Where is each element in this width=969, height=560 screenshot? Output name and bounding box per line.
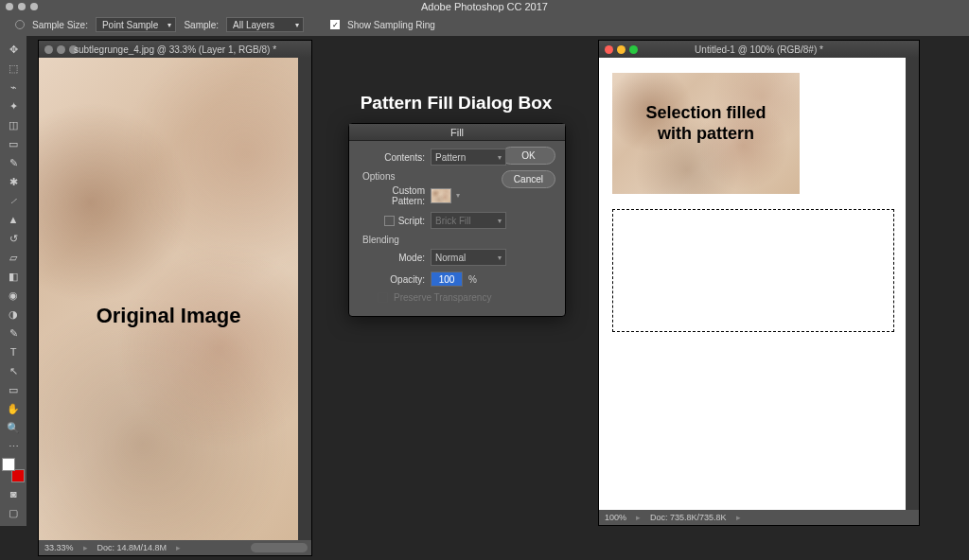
annotation-original-image: Original Image: [39, 304, 298, 328]
eyedropper-proxy-icon: [15, 20, 25, 29]
tool-frame[interactable]: ▭: [2, 134, 25, 153]
canvas-left[interactable]: Original Image: [39, 58, 298, 540]
app-menubar: Adobe Photoshop CC 2017: [0, 0, 969, 13]
win-dot[interactable]: [57, 45, 65, 54]
win-dot[interactable]: [44, 45, 53, 54]
tool-eraser[interactable]: ▱: [2, 248, 25, 267]
tool-shape[interactable]: ▭: [2, 380, 25, 399]
status-bar-left: 33.33% ▸ Doc: 14.8M/14.8M ▸: [39, 540, 311, 555]
app-title: Adobe Photoshop CC 2017: [421, 1, 548, 12]
tool-blur[interactable]: ◉: [2, 286, 25, 305]
doc-info-right: Doc: 735.8K/735.8K: [650, 513, 727, 522]
tool-type[interactable]: T: [2, 342, 25, 361]
fill-dialog-title[interactable]: Fill: [349, 124, 565, 141]
tool-screenmode[interactable]: ▢: [2, 503, 25, 522]
script-checkbox[interactable]: [384, 216, 395, 226]
mode-value: Normal: [435, 253, 466, 263]
contents-label: Contents:: [359, 152, 425, 163]
sample-label: Sample:: [184, 20, 219, 30]
contents-value: Pattern: [435, 152, 466, 163]
annotation-line2: with pattern: [658, 124, 754, 143]
tool-dodge[interactable]: ◑: [2, 305, 25, 324]
custom-pattern-picker[interactable]: [431, 188, 451, 203]
tool-zoom[interactable]: 🔍: [2, 418, 25, 437]
mode-dropdown[interactable]: Normal: [431, 249, 506, 266]
custom-pattern-label: Custom Pattern:: [359, 185, 425, 206]
sample-value: All Layers: [233, 20, 274, 30]
zoom-level-right[interactable]: 100%: [605, 513, 626, 522]
mode-label: Mode:: [359, 253, 425, 263]
opacity-label: Opacity:: [359, 274, 425, 285]
foreground-color[interactable]: [2, 458, 15, 471]
options-bar: Sample Size: Point Sample Sample: All La…: [0, 13, 969, 36]
zoom-icon[interactable]: [629, 45, 638, 54]
tool-move[interactable]: ✥: [2, 40, 25, 59]
traffic-dot: [18, 3, 26, 10]
document-titlebar-right[interactable]: Untitled-1 @ 100% (RGB/8#) *: [599, 41, 919, 58]
zoom-level-left[interactable]: 33.33%: [44, 543, 74, 552]
show-sampling-ring-checkbox[interactable]: ✓: [330, 20, 340, 29]
opacity-input[interactable]: [431, 271, 463, 287]
scrollbar-vertical-left[interactable]: [298, 58, 311, 540]
toolbox: ✥ ⬚ ⌁ ✦ ◫ ▭ ✎ ✱ ⟋ ▲ ↺ ▱ ◧ ◉ ◑ ✎ T ↖ ▭ ✋ …: [0, 36, 26, 526]
tool-stamp[interactable]: ▲: [2, 210, 25, 229]
document-titlebar-left[interactable]: subtlegrunge_4.jpg @ 33.3% (Layer 1, RGB…: [39, 41, 311, 58]
annotation-line1: Selection filled: [645, 103, 766, 122]
tool-marquee[interactable]: ⬚: [2, 59, 25, 78]
preserve-transparency-label: Preserve Transparency: [394, 292, 491, 303]
tool-crop[interactable]: ◫: [2, 115, 25, 134]
sample-size-dropdown[interactable]: Point Sample: [96, 17, 176, 32]
script-dropdown: Brick Fill: [431, 212, 506, 229]
tool-lasso[interactable]: ⌁: [2, 78, 25, 96]
sample-size-label: Sample Size:: [32, 20, 88, 30]
scrollbar-vertical-right[interactable]: [906, 58, 919, 510]
sample-dropdown[interactable]: All Layers: [226, 17, 304, 32]
annotation-dialog-heading: Pattern Fill Dialog Box: [343, 93, 570, 114]
minimize-icon[interactable]: [617, 45, 625, 54]
annotation-selection-filled: Selection filled with pattern: [612, 103, 800, 144]
tool-quick-select[interactable]: ✦: [2, 96, 25, 115]
marquee-selection: [612, 209, 894, 332]
script-value: Brick Fill: [435, 216, 471, 226]
cancel-button[interactable]: Cancel: [502, 170, 555, 188]
doc-info-left: Doc: 14.8M/14.8M: [97, 543, 167, 552]
close-icon[interactable]: [605, 45, 613, 54]
tool-quickmask[interactable]: ◙: [2, 484, 25, 503]
status-bar-right: 100% ▸ Doc: 735.8K/735.8K ▸: [599, 510, 919, 525]
background-color[interactable]: [11, 469, 25, 482]
fg-bg-swatch[interactable]: [2, 458, 25, 482]
tool-gradient[interactable]: ◧: [2, 267, 25, 286]
document-title-right: Untitled-1 @ 100% (RGB/8#) *: [695, 44, 823, 55]
tool-pen[interactable]: ✎: [2, 324, 25, 342]
tool-edit-toolbar[interactable]: ⋯: [2, 437, 25, 456]
contents-dropdown[interactable]: Pattern: [431, 149, 506, 166]
tool-history-brush[interactable]: ↺: [2, 229, 25, 248]
fill-dialog: Fill OK Cancel Contents: Pattern Options…: [348, 123, 566, 317]
window-traffic-lights: [0, 3, 38, 10]
traffic-dot: [30, 3, 38, 10]
show-sampling-ring-label: Show Sampling Ring: [347, 20, 435, 30]
script-label: Script:: [398, 216, 425, 226]
blending-section-label: Blending: [362, 235, 555, 245]
tool-path[interactable]: ↖: [2, 361, 25, 380]
document-window-right: Untitled-1 @ 100% (RGB/8#) * Selection f…: [598, 40, 920, 526]
tool-brush[interactable]: ⟋: [2, 191, 25, 210]
tool-heal[interactable]: ✱: [2, 172, 25, 191]
tool-eyedropper[interactable]: ✎: [2, 153, 25, 172]
traffic-dot: [6, 3, 13, 10]
ok-button[interactable]: OK: [502, 147, 555, 165]
preserve-transparency-checkbox: [378, 292, 388, 303]
canvas-right[interactable]: Selection filled with pattern: [599, 58, 906, 510]
document-title-left: subtlegrunge_4.jpg @ 33.3% (Layer 1, RGB…: [74, 44, 276, 55]
sample-size-value: Point Sample: [102, 20, 158, 30]
filled-region: Selection filled with pattern: [612, 73, 800, 194]
opacity-unit: %: [468, 274, 477, 285]
tool-hand[interactable]: ✋: [2, 399, 25, 418]
document-window-left: subtlegrunge_4.jpg @ 33.3% (Layer 1, RGB…: [38, 40, 312, 556]
scrollbar-horizontal-left[interactable]: [251, 543, 308, 552]
